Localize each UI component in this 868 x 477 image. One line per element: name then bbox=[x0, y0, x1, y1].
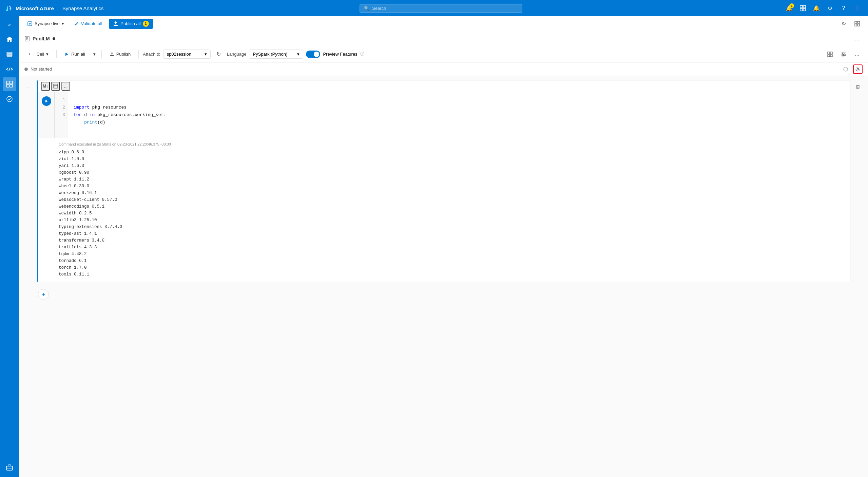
attach-to-dropdown[interactable]: sp02session ▾ bbox=[163, 50, 211, 59]
cell-drag-handle[interactable]: ⋮⋮ bbox=[24, 81, 34, 91]
toggle-thumb bbox=[314, 52, 319, 57]
toolbar-divider-3 bbox=[138, 50, 139, 58]
svg-rect-42 bbox=[54, 84, 58, 88]
publish-all-icon bbox=[113, 21, 118, 26]
line-numbers: 1 2 3 bbox=[55, 92, 68, 138]
unsaved-indicator bbox=[53, 37, 55, 40]
integrate-icon bbox=[6, 80, 13, 88]
svg-rect-29 bbox=[110, 55, 114, 56]
code-editor[interactable]: import pkg_resources for d in pkg_resour… bbox=[68, 92, 850, 138]
sidebar-item-data[interactable] bbox=[3, 47, 16, 61]
run-all-label: Run all bbox=[71, 52, 85, 57]
cell-more-button[interactable]: ... bbox=[61, 82, 70, 91]
sidebar-expand-button[interactable]: » bbox=[4, 19, 15, 30]
notebook-header: PoolLM ... bbox=[19, 31, 868, 46]
sidebar-item-home[interactable] bbox=[3, 33, 16, 46]
publish-all-button[interactable]: Publish all 1 bbox=[109, 19, 153, 29]
refresh-button[interactable]: ↻ bbox=[838, 18, 849, 29]
svg-point-40 bbox=[844, 67, 848, 71]
cell-inner: M↓ ... bbox=[38, 80, 850, 282]
publish-all-label: Publish all bbox=[120, 21, 140, 26]
top-navbar: Microsoft Azure Synapse Analytics 🔍 🔔 1 … bbox=[0, 0, 868, 16]
status-bar: Not started bbox=[19, 62, 868, 76]
nb-settings-button[interactable] bbox=[838, 49, 849, 60]
toolbar-divider-2 bbox=[101, 50, 102, 58]
status-collapse-button[interactable] bbox=[841, 64, 850, 74]
notebook-name: PoolLM bbox=[33, 36, 50, 41]
execution-info: Command executed in 2s 58ms on 02-23-202… bbox=[59, 142, 845, 146]
notifications-button[interactable]: 🔔 1 bbox=[784, 3, 795, 14]
search-input[interactable] bbox=[372, 6, 518, 11]
language-dropdown[interactable]: PySpark (Python) ▾ bbox=[249, 50, 303, 59]
svg-point-41 bbox=[857, 68, 859, 70]
cell-label: + Cell bbox=[33, 52, 44, 57]
sidebar-item-monitor[interactable] bbox=[3, 92, 16, 106]
run-button-container bbox=[38, 92, 55, 138]
search-icon: 🔍 bbox=[364, 6, 369, 11]
nb-grid-icon-button[interactable] bbox=[825, 49, 835, 60]
notebook-title-area: PoolLM bbox=[24, 36, 55, 41]
user-button[interactable]: 👤 bbox=[852, 3, 863, 14]
validate-all-label: Validate all bbox=[81, 21, 102, 26]
grid-button[interactable] bbox=[852, 18, 863, 29]
validate-all-button[interactable]: Validate all bbox=[71, 20, 105, 28]
preview-features-toggle: Preview Features ⓘ bbox=[306, 51, 364, 58]
status-gear-button[interactable] bbox=[853, 64, 863, 74]
line-num-3: 3 bbox=[57, 111, 65, 119]
nb-more-button[interactable]: ... bbox=[852, 49, 863, 60]
table-icon bbox=[53, 84, 58, 89]
nb-settings-icon bbox=[841, 52, 846, 57]
synapse-live-button[interactable]: Synapse live ▾ bbox=[24, 20, 67, 28]
switch-directory-button[interactable] bbox=[797, 3, 808, 14]
svg-rect-30 bbox=[828, 52, 830, 54]
publish-label: Publish bbox=[116, 52, 131, 57]
svg-rect-6 bbox=[803, 8, 806, 11]
azure-logo-icon bbox=[5, 5, 12, 12]
add-new-cell-button[interactable]: + bbox=[38, 289, 49, 300]
notebook-header-right: ... bbox=[852, 33, 863, 44]
run-all-button[interactable]: Run all bbox=[61, 50, 89, 59]
svg-rect-12 bbox=[10, 81, 13, 84]
delete-cell-button[interactable] bbox=[853, 80, 863, 90]
brand: Microsoft Azure bbox=[5, 5, 54, 12]
notebook-more-options-button[interactable]: ... bbox=[852, 33, 863, 44]
cell-markdown-button[interactable]: M↓ bbox=[41, 82, 50, 91]
cell-mini-toolbar: M↓ ... bbox=[38, 80, 850, 92]
sidebar-item-integrate[interactable] bbox=[3, 77, 16, 91]
svg-rect-46 bbox=[856, 86, 859, 89]
attach-chevron-icon: ▾ bbox=[205, 52, 207, 57]
output-text: zipp 0.6.0 zict 1.0.0 yarl 1.6.3 xgboost… bbox=[59, 149, 845, 278]
notebook-icon bbox=[24, 36, 30, 41]
status-text: Not started bbox=[31, 66, 52, 72]
settings-button[interactable]: ⚙ bbox=[825, 3, 835, 14]
attach-to-label: Attach to bbox=[143, 52, 160, 57]
nav-divider bbox=[58, 5, 58, 12]
line-num-1: 1 bbox=[57, 96, 65, 104]
content-area: Synapse live ▾ Validate all Publish all … bbox=[19, 16, 868, 477]
cell-chevron-icon: ▾ bbox=[46, 52, 49, 57]
home-icon bbox=[6, 36, 13, 43]
publish-button[interactable]: Publish bbox=[106, 50, 135, 59]
svg-point-37 bbox=[842, 52, 843, 54]
svg-rect-7 bbox=[7, 52, 12, 54]
svg-rect-5 bbox=[800, 8, 803, 11]
run-cell-button[interactable] bbox=[42, 96, 51, 106]
toggle-switch-control[interactable] bbox=[306, 51, 320, 58]
validate-icon bbox=[74, 21, 79, 26]
run-all-dropdown-button[interactable]: ▾ bbox=[92, 50, 97, 59]
status-indicator-dot bbox=[24, 68, 28, 71]
alerts-button[interactable]: 🔔 bbox=[811, 3, 822, 14]
help-button[interactable]: ? bbox=[838, 3, 849, 14]
svg-rect-8 bbox=[7, 54, 12, 56]
sidebar-item-develop[interactable] bbox=[3, 62, 16, 76]
sidebar-item-briefcase[interactable] bbox=[3, 461, 16, 474]
briefcase-icon bbox=[6, 464, 13, 471]
refresh-session-button[interactable]: ↻ bbox=[213, 49, 224, 60]
preview-info-icon: ⓘ bbox=[360, 51, 364, 57]
cell-table-button[interactable] bbox=[51, 82, 60, 91]
database-icon bbox=[6, 51, 13, 58]
svg-rect-20 bbox=[855, 21, 857, 23]
attach-to-value: sp02session bbox=[167, 52, 191, 57]
add-icon: + bbox=[28, 52, 31, 57]
add-cell-button[interactable]: + + Cell ▾ bbox=[24, 50, 52, 59]
